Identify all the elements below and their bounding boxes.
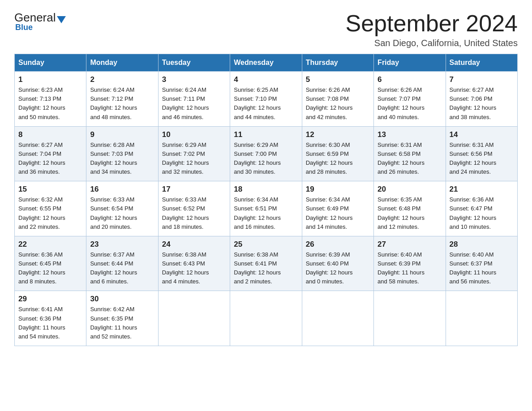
day-info: Sunrise: 6:42 AMSunset: 6:35 PMDaylight:… [90,306,137,339]
day-number: 10 [162,130,226,139]
day-info: Sunrise: 6:36 AMSunset: 6:47 PMDaylight:… [450,196,497,230]
calendar-day-cell: 27Sunrise: 6:40 AMSunset: 6:39 PMDayligh… [374,236,446,291]
day-number: 8 [18,130,82,139]
header-sunday: Sunday [15,54,86,72]
day-number: 1 [18,75,82,84]
calendar-day-cell: 13Sunrise: 6:31 AMSunset: 6:58 PMDayligh… [374,126,446,181]
calendar-day-cell: 19Sunrise: 6:34 AMSunset: 6:49 PMDayligh… [302,181,373,236]
day-info: Sunrise: 6:27 AMSunset: 7:04 PMDaylight:… [18,141,65,175]
day-info: Sunrise: 6:28 AMSunset: 7:03 PMDaylight:… [90,141,137,175]
calendar-week-row: 8Sunrise: 6:27 AMSunset: 7:04 PMDaylight… [15,126,518,181]
calendar-week-row: 15Sunrise: 6:32 AMSunset: 6:55 PMDayligh… [15,181,518,236]
day-number: 5 [306,75,370,84]
calendar-day-cell: 25Sunrise: 6:38 AMSunset: 6:41 PMDayligh… [230,236,302,291]
day-info: Sunrise: 6:25 AMSunset: 7:10 PMDaylight:… [234,86,281,120]
day-info: Sunrise: 6:34 AMSunset: 6:49 PMDaylight:… [306,196,353,230]
day-info: Sunrise: 6:30 AMSunset: 6:59 PMDaylight:… [306,141,353,175]
calendar-day-cell: 7Sunrise: 6:27 AMSunset: 7:06 PMDaylight… [446,72,517,127]
calendar-day-cell: 5Sunrise: 6:26 AMSunset: 7:08 PMDaylight… [302,72,373,127]
day-info: Sunrise: 6:32 AMSunset: 6:55 PMDaylight:… [18,196,65,230]
calendar-day-cell [374,291,446,346]
day-info: Sunrise: 6:31 AMSunset: 6:58 PMDaylight:… [378,141,425,175]
logo: General Blue [14,11,66,32]
day-number: 26 [306,240,370,249]
calendar-day-cell: 30Sunrise: 6:42 AMSunset: 6:35 PMDayligh… [86,291,158,346]
day-number: 14 [450,130,514,139]
day-info: Sunrise: 6:27 AMSunset: 7:06 PMDaylight:… [450,86,497,120]
day-number: 20 [378,185,442,194]
day-info: Sunrise: 6:31 AMSunset: 6:56 PMDaylight:… [450,141,497,175]
calendar-day-cell: 21Sunrise: 6:36 AMSunset: 6:47 PMDayligh… [446,181,517,236]
calendar-week-row: 22Sunrise: 6:36 AMSunset: 6:45 PMDayligh… [15,236,518,291]
header-friday: Friday [374,54,446,72]
day-number: 6 [378,75,442,84]
calendar-day-cell: 24Sunrise: 6:38 AMSunset: 6:43 PMDayligh… [158,236,230,291]
day-info: Sunrise: 6:24 AMSunset: 7:12 PMDaylight:… [90,86,137,120]
calendar-day-cell: 20Sunrise: 6:35 AMSunset: 6:48 PMDayligh… [374,181,446,236]
logo-blue-label: Blue [15,23,33,32]
day-info: Sunrise: 6:36 AMSunset: 6:45 PMDaylight:… [18,251,65,285]
day-info: Sunrise: 6:40 AMSunset: 6:37 PMDaylight:… [450,251,497,285]
calendar-day-cell: 12Sunrise: 6:30 AMSunset: 6:59 PMDayligh… [302,126,373,181]
header-monday: Monday [86,54,158,72]
day-info: Sunrise: 6:29 AMSunset: 7:00 PMDaylight:… [234,141,281,175]
day-number: 16 [90,185,154,194]
day-info: Sunrise: 6:37 AMSunset: 6:44 PMDaylight:… [90,251,137,285]
calendar-day-cell: 1Sunrise: 6:23 AMSunset: 7:13 PMDaylight… [15,72,86,127]
day-number: 18 [234,185,298,194]
day-number: 11 [234,130,298,139]
calendar-day-cell: 16Sunrise: 6:33 AMSunset: 6:54 PMDayligh… [86,181,158,236]
day-number: 3 [162,75,226,84]
day-number: 7 [450,75,514,84]
logo-triangle-icon [57,16,66,23]
page-header: General Blue September 2024 San Diego, C… [14,11,518,48]
day-number: 27 [378,240,442,249]
header-tuesday: Tuesday [158,54,230,72]
calendar-day-cell: 15Sunrise: 6:32 AMSunset: 6:55 PMDayligh… [15,181,86,236]
calendar-day-cell: 10Sunrise: 6:29 AMSunset: 7:02 PMDayligh… [158,126,230,181]
calendar-week-row: 1Sunrise: 6:23 AMSunset: 7:13 PMDaylight… [15,72,518,127]
calendar-day-cell: 14Sunrise: 6:31 AMSunset: 6:56 PMDayligh… [446,126,517,181]
calendar-title: September 2024 [346,11,518,36]
day-info: Sunrise: 6:23 AMSunset: 7:13 PMDaylight:… [18,86,65,120]
day-number: 29 [18,295,82,304]
header-wednesday: Wednesday [230,54,302,72]
calendar-day-cell [302,291,373,346]
day-number: 23 [90,240,154,249]
day-number: 24 [162,240,226,249]
day-info: Sunrise: 6:26 AMSunset: 7:08 PMDaylight:… [306,86,353,120]
day-number: 21 [450,185,514,194]
calendar-day-cell: 23Sunrise: 6:37 AMSunset: 6:44 PMDayligh… [86,236,158,291]
title-block: September 2024 San Diego, California, Un… [346,11,518,48]
header-saturday: Saturday [446,54,517,72]
day-number: 17 [162,185,226,194]
calendar-day-cell: 4Sunrise: 6:25 AMSunset: 7:10 PMDaylight… [230,72,302,127]
day-info: Sunrise: 6:29 AMSunset: 7:02 PMDaylight:… [162,141,209,175]
calendar-day-cell [158,291,230,346]
calendar-day-cell: 3Sunrise: 6:24 AMSunset: 7:11 PMDaylight… [158,72,230,127]
day-info: Sunrise: 6:38 AMSunset: 6:41 PMDaylight:… [234,251,281,285]
calendar-subtitle: San Diego, California, United States [346,38,518,48]
day-info: Sunrise: 6:38 AMSunset: 6:43 PMDaylight:… [162,251,209,285]
day-info: Sunrise: 6:34 AMSunset: 6:51 PMDaylight:… [234,196,281,230]
day-number: 28 [450,240,514,249]
calendar-day-cell [230,291,302,346]
day-number: 19 [306,185,370,194]
header-thursday: Thursday [302,54,373,72]
day-number: 15 [18,185,82,194]
day-info: Sunrise: 6:33 AMSunset: 6:54 PMDaylight:… [90,196,137,230]
weekday-header-row: Sunday Monday Tuesday Wednesday Thursday… [15,54,518,72]
calendar-day-cell [446,291,517,346]
calendar-day-cell: 29Sunrise: 6:41 AMSunset: 6:36 PMDayligh… [15,291,86,346]
day-number: 30 [90,295,154,304]
calendar-day-cell: 11Sunrise: 6:29 AMSunset: 7:00 PMDayligh… [230,126,302,181]
day-number: 22 [18,240,82,249]
calendar-day-cell: 22Sunrise: 6:36 AMSunset: 6:45 PMDayligh… [15,236,86,291]
calendar-table: Sunday Monday Tuesday Wednesday Thursday… [14,54,518,346]
day-info: Sunrise: 6:26 AMSunset: 7:07 PMDaylight:… [378,86,425,120]
calendar-week-row: 29Sunrise: 6:41 AMSunset: 6:36 PMDayligh… [15,291,518,346]
day-info: Sunrise: 6:24 AMSunset: 7:11 PMDaylight:… [162,86,209,120]
day-number: 2 [90,75,154,84]
calendar-day-cell: 28Sunrise: 6:40 AMSunset: 6:37 PMDayligh… [446,236,517,291]
day-info: Sunrise: 6:33 AMSunset: 6:52 PMDaylight:… [162,196,209,230]
